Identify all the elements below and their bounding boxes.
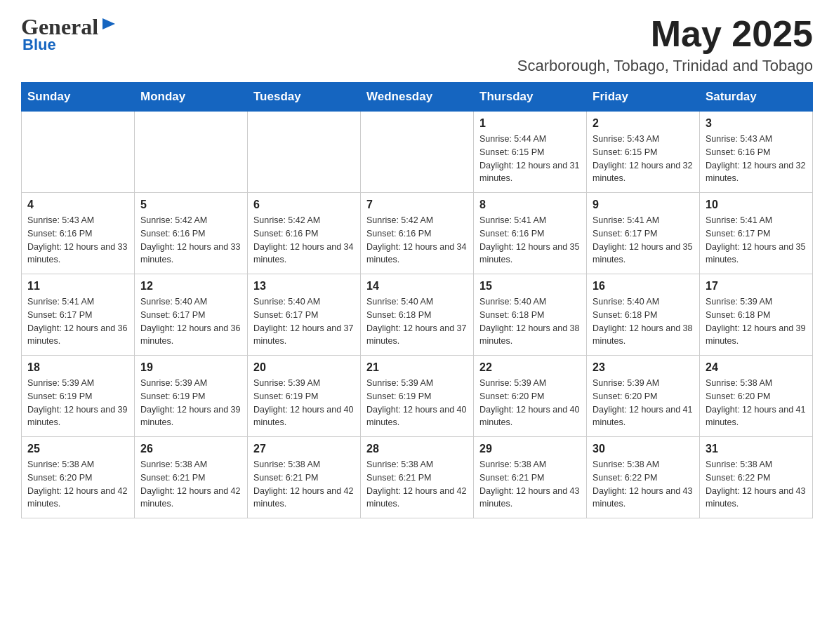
- day-number: 25: [27, 443, 128, 455]
- day-info: Sunrise: 5:42 AM Sunset: 6:16 PM Dayligh…: [253, 214, 355, 267]
- calendar-cell: 15Sunrise: 5:40 AM Sunset: 6:18 PM Dayli…: [474, 274, 587, 356]
- calendar-cell: 8Sunrise: 5:41 AM Sunset: 6:16 PM Daylig…: [474, 193, 587, 274]
- calendar-header: SundayMondayTuesdayWednesdayThursdayFrid…: [22, 83, 813, 112]
- day-info: Sunrise: 5:40 AM Sunset: 6:17 PM Dayligh…: [253, 295, 355, 348]
- calendar-cell: 7Sunrise: 5:42 AM Sunset: 6:16 PM Daylig…: [361, 193, 474, 274]
- day-number: 16: [593, 280, 694, 293]
- logo: General Blue: [21, 14, 117, 54]
- calendar-cell: 17Sunrise: 5:39 AM Sunset: 6:18 PM Dayli…: [700, 274, 813, 356]
- day-info: Sunrise: 5:38 AM Sunset: 6:22 PM Dayligh…: [593, 458, 694, 511]
- day-info: Sunrise: 5:38 AM Sunset: 6:21 PM Dayligh…: [366, 458, 468, 511]
- calendar-cell: 14Sunrise: 5:40 AM Sunset: 6:18 PM Dayli…: [361, 274, 474, 356]
- calendar-cell: 9Sunrise: 5:41 AM Sunset: 6:17 PM Daylig…: [587, 193, 700, 274]
- day-info: Sunrise: 5:39 AM Sunset: 6:19 PM Dayligh…: [140, 377, 241, 429]
- day-number: 28: [366, 443, 468, 455]
- calendar-cell: 13Sunrise: 5:40 AM Sunset: 6:17 PM Dayli…: [248, 274, 361, 356]
- calendar-cell: [135, 112, 248, 193]
- day-info: Sunrise: 5:38 AM Sunset: 6:22 PM Dayligh…: [706, 458, 807, 511]
- day-of-week-thursday: Thursday: [474, 83, 587, 112]
- day-number: 31: [706, 443, 807, 455]
- day-info: Sunrise: 5:40 AM Sunset: 6:18 PM Dayligh…: [593, 295, 694, 348]
- calendar-cell: 28Sunrise: 5:38 AM Sunset: 6:21 PM Dayli…: [361, 437, 474, 518]
- day-info: Sunrise: 5:42 AM Sunset: 6:16 PM Dayligh…: [140, 214, 241, 267]
- page-header: General Blue May 2025 Scarborough, Tobag…: [21, 14, 813, 75]
- day-number: 21: [366, 361, 468, 374]
- calendar-body: 1Sunrise: 5:44 AM Sunset: 6:15 PM Daylig…: [22, 112, 813, 518]
- calendar-cell: [361, 112, 474, 193]
- day-number: 14: [366, 280, 468, 293]
- day-number: 5: [140, 199, 241, 211]
- calendar-cell: 12Sunrise: 5:40 AM Sunset: 6:17 PM Dayli…: [135, 274, 248, 356]
- day-info: Sunrise: 5:38 AM Sunset: 6:21 PM Dayligh…: [479, 458, 581, 511]
- day-info: Sunrise: 5:39 AM Sunset: 6:19 PM Dayligh…: [253, 377, 355, 429]
- day-number: 18: [27, 361, 128, 374]
- day-number: 20: [253, 361, 355, 374]
- day-of-week-monday: Monday: [135, 83, 248, 112]
- calendar-cell: 1Sunrise: 5:44 AM Sunset: 6:15 PM Daylig…: [474, 112, 587, 193]
- logo-blue-label: Blue: [22, 36, 56, 54]
- calendar-week-row: 4Sunrise: 5:43 AM Sunset: 6:16 PM Daylig…: [22, 193, 813, 274]
- day-number: 11: [27, 280, 128, 293]
- calendar-cell: 11Sunrise: 5:41 AM Sunset: 6:17 PM Dayli…: [22, 274, 135, 356]
- calendar-week-row: 18Sunrise: 5:39 AM Sunset: 6:19 PM Dayli…: [22, 356, 813, 437]
- location-subtitle: Scarborough, Tobago, Trinidad and Tobago: [517, 57, 813, 75]
- calendar-cell: [22, 112, 135, 193]
- day-number: 8: [479, 199, 581, 211]
- day-info: Sunrise: 5:41 AM Sunset: 6:17 PM Dayligh…: [706, 214, 807, 267]
- day-info: Sunrise: 5:38 AM Sunset: 6:20 PM Dayligh…: [706, 377, 807, 429]
- day-info: Sunrise: 5:39 AM Sunset: 6:19 PM Dayligh…: [366, 377, 468, 429]
- day-number: 6: [253, 199, 355, 211]
- day-number: 24: [706, 361, 807, 374]
- day-info: Sunrise: 5:42 AM Sunset: 6:16 PM Dayligh…: [366, 214, 468, 267]
- calendar-cell: 26Sunrise: 5:38 AM Sunset: 6:21 PM Dayli…: [135, 437, 248, 518]
- day-of-week-tuesday: Tuesday: [248, 83, 361, 112]
- day-of-week-sunday: Sunday: [22, 83, 135, 112]
- day-number: 13: [253, 280, 355, 293]
- day-info: Sunrise: 5:41 AM Sunset: 6:17 PM Dayligh…: [27, 295, 128, 348]
- day-info: Sunrise: 5:38 AM Sunset: 6:21 PM Dayligh…: [253, 458, 355, 511]
- day-info: Sunrise: 5:43 AM Sunset: 6:16 PM Dayligh…: [27, 214, 128, 267]
- calendar-cell: [248, 112, 361, 193]
- day-number: 4: [27, 199, 128, 211]
- day-number: 29: [479, 443, 581, 455]
- logo-flag-icon: [101, 17, 117, 38]
- day-number: 9: [593, 199, 694, 211]
- day-number: 23: [593, 361, 694, 374]
- day-number: 2: [593, 117, 694, 130]
- day-number: 27: [253, 443, 355, 455]
- day-info: Sunrise: 5:43 AM Sunset: 6:15 PM Dayligh…: [593, 133, 694, 185]
- calendar-cell: 22Sunrise: 5:39 AM Sunset: 6:20 PM Dayli…: [474, 356, 587, 437]
- day-info: Sunrise: 5:40 AM Sunset: 6:18 PM Dayligh…: [366, 295, 468, 348]
- calendar-cell: 21Sunrise: 5:39 AM Sunset: 6:19 PM Dayli…: [361, 356, 474, 437]
- calendar-cell: 16Sunrise: 5:40 AM Sunset: 6:18 PM Dayli…: [587, 274, 700, 356]
- svg-marker-0: [102, 18, 115, 29]
- calendar-cell: 23Sunrise: 5:39 AM Sunset: 6:20 PM Dayli…: [587, 356, 700, 437]
- day-number: 22: [479, 361, 581, 374]
- calendar-cell: 5Sunrise: 5:42 AM Sunset: 6:16 PM Daylig…: [135, 193, 248, 274]
- day-info: Sunrise: 5:38 AM Sunset: 6:20 PM Dayligh…: [27, 458, 128, 511]
- day-number: 7: [366, 199, 468, 211]
- day-number: 30: [593, 443, 694, 455]
- calendar-week-row: 1Sunrise: 5:44 AM Sunset: 6:15 PM Daylig…: [22, 112, 813, 193]
- title-block: May 2025 Scarborough, Tobago, Trinidad a…: [517, 14, 813, 75]
- day-info: Sunrise: 5:39 AM Sunset: 6:20 PM Dayligh…: [479, 377, 581, 429]
- month-year-title: May 2025: [517, 14, 813, 54]
- calendar-cell: 24Sunrise: 5:38 AM Sunset: 6:20 PM Dayli…: [700, 356, 813, 437]
- calendar-cell: 4Sunrise: 5:43 AM Sunset: 6:16 PM Daylig…: [22, 193, 135, 274]
- day-of-week-friday: Friday: [587, 83, 700, 112]
- day-info: Sunrise: 5:40 AM Sunset: 6:17 PM Dayligh…: [140, 295, 241, 348]
- day-of-week-saturday: Saturday: [700, 83, 813, 112]
- day-info: Sunrise: 5:44 AM Sunset: 6:15 PM Dayligh…: [479, 133, 581, 185]
- calendar-cell: 31Sunrise: 5:38 AM Sunset: 6:22 PM Dayli…: [700, 437, 813, 518]
- calendar-cell: 2Sunrise: 5:43 AM Sunset: 6:15 PM Daylig…: [587, 112, 700, 193]
- day-info: Sunrise: 5:41 AM Sunset: 6:16 PM Dayligh…: [479, 214, 581, 267]
- calendar-cell: 25Sunrise: 5:38 AM Sunset: 6:20 PM Dayli…: [22, 437, 135, 518]
- day-number: 19: [140, 361, 241, 374]
- day-of-week-wednesday: Wednesday: [361, 83, 474, 112]
- day-info: Sunrise: 5:39 AM Sunset: 6:20 PM Dayligh…: [593, 377, 694, 429]
- calendar-week-row: 25Sunrise: 5:38 AM Sunset: 6:20 PM Dayli…: [22, 437, 813, 518]
- day-info: Sunrise: 5:39 AM Sunset: 6:18 PM Dayligh…: [706, 295, 807, 348]
- day-number: 12: [140, 280, 241, 293]
- calendar-cell: 27Sunrise: 5:38 AM Sunset: 6:21 PM Dayli…: [248, 437, 361, 518]
- day-number: 10: [706, 199, 807, 211]
